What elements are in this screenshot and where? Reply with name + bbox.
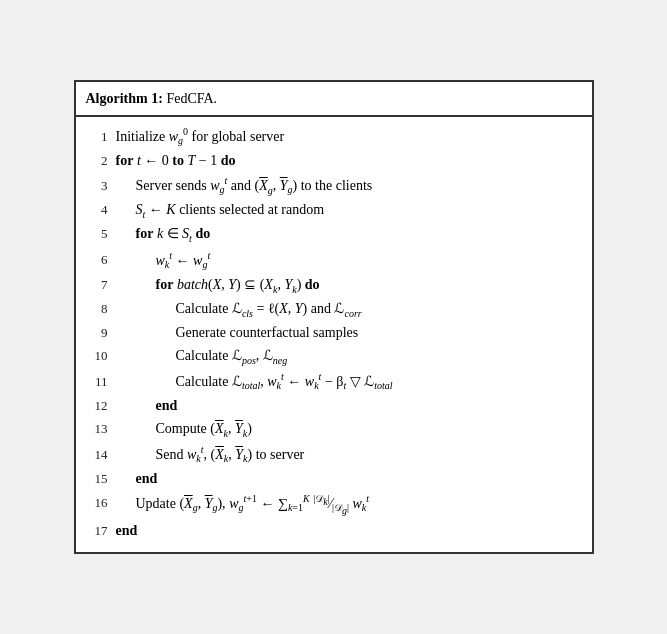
algorithm-label: Algorithm 1: [86,91,163,106]
line-number: 17 [86,521,108,541]
line-content: Initialize wg0 for global server [116,124,582,149]
algo-line: 5for k ∈ St do [86,223,582,246]
line-content: St ← K clients selected at random [136,199,582,222]
algo-line: 9Generate counterfactual samples [86,322,582,344]
algo-line: 11Calculate ℒtotal, wkt ← wkt − βt ▽ ℒto… [86,369,582,394]
line-content: for batch(X, Y) ⊆ (Xk, Yk) do [156,274,582,297]
algorithm-body: 1Initialize wg0 for global server2for t … [76,117,592,552]
algorithm-header: Algorithm 1: FedCFA. [76,82,592,118]
line-content: for k ∈ St do [136,223,582,246]
line-content: Generate counterfactual samples [176,322,582,344]
line-number: 8 [86,299,108,319]
line-number: 3 [86,176,108,196]
line-content: wkt ← wgt [156,248,582,273]
line-content: Calculate ℒcls = ℓ(X, Y) and ℒcorr [176,298,582,321]
algo-line: 8Calculate ℒcls = ℓ(X, Y) and ℒcorr [86,298,582,321]
line-number: 9 [86,323,108,343]
line-content: Compute (Xk, Yk) [156,418,582,441]
algo-line: 1Initialize wg0 for global server [86,124,582,149]
algo-line: 3Server sends wgt and (Xg, Yg) to the cl… [86,173,582,198]
line-content: end [156,395,582,417]
algo-line: 7for batch(X, Y) ⊆ (Xk, Yk) do [86,274,582,297]
line-number: 10 [86,346,108,366]
algo-line: 15end [86,468,582,490]
line-number: 6 [86,250,108,270]
algo-line: 2for t ← 0 to T − 1 do [86,150,582,172]
line-number: 2 [86,151,108,171]
algo-line: 12end [86,395,582,417]
line-number: 12 [86,396,108,416]
algo-line: 14Send wkt, (Xk, Yk) to server [86,442,582,467]
line-content: Calculate ℒtotal, wkt ← wkt − βt ▽ ℒtota… [176,369,582,394]
line-content: Server sends wgt and (Xg, Yg) to the cli… [136,173,582,198]
algo-line: 10Calculate ℒpos, ℒneg [86,345,582,368]
line-number: 4 [86,200,108,220]
line-content: Calculate ℒpos, ℒneg [176,345,582,368]
algo-line: 17end [86,520,582,542]
line-number: 1 [86,127,108,147]
line-content: Update (Xg, Yg), wgt+1 ← ∑k=1K |𝒟k|⁄|𝒟g|… [136,491,582,519]
line-number: 16 [86,493,108,513]
line-content: end [136,468,582,490]
algo-line: 6wkt ← wgt [86,248,582,273]
line-number: 15 [86,469,108,489]
algorithm-title: FedCFA. [166,91,217,106]
line-content: Send wkt, (Xk, Yk) to server [156,442,582,467]
line-number: 11 [86,372,108,392]
algo-line: 13Compute (Xk, Yk) [86,418,582,441]
line-number: 14 [86,445,108,465]
line-number: 7 [86,275,108,295]
line-number: 13 [86,419,108,439]
line-content: for t ← 0 to T − 1 do [116,150,582,172]
algo-line: 16Update (Xg, Yg), wgt+1 ← ∑k=1K |𝒟k|⁄|𝒟… [86,491,582,519]
algo-line: 4St ← K clients selected at random [86,199,582,222]
line-content: end [116,520,582,542]
algorithm-box: Algorithm 1: FedCFA. 1Initialize wg0 for… [74,80,594,555]
line-number: 5 [86,224,108,244]
